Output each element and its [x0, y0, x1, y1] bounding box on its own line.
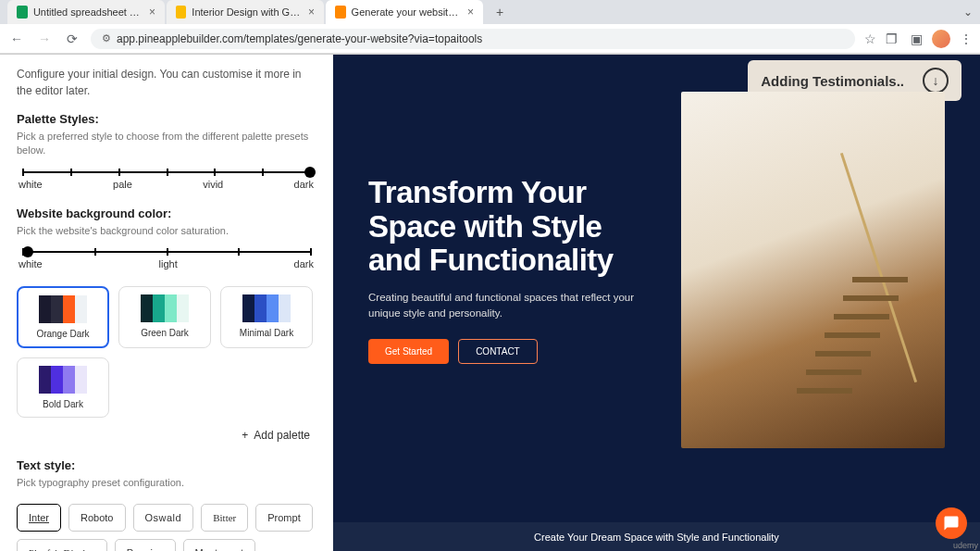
palette-grid: Orange DarkGreen DarkMinimal DarkBold Da… — [17, 286, 316, 418]
plus-icon: + — [242, 429, 248, 442]
hero-text: Transform Your Space with Style and Func… — [368, 176, 653, 363]
tab-title: Generate your website | Pine — [352, 6, 460, 18]
font-option[interactable]: Oswald — [133, 504, 194, 532]
browser-tab[interactable]: Generate your website | Pine× — [326, 0, 483, 24]
favicon — [335, 6, 346, 19]
get-started-button[interactable]: Get Started — [368, 339, 449, 364]
palette-swatch — [229, 294, 304, 322]
font-option[interactable]: Poppins — [115, 539, 176, 551]
preview-footer-bar: Create Your Dream Space with Style and F… — [333, 522, 980, 551]
hero-image — [681, 92, 945, 448]
intro-text: Configure your initial design. You can c… — [17, 66, 316, 99]
chat-icon[interactable] — [936, 507, 967, 539]
palette-swatch — [127, 294, 203, 322]
reload-button[interactable]: ⟳ — [63, 31, 81, 46]
close-icon[interactable]: × — [308, 6, 315, 19]
palette-card[interactable]: Bold Dark — [17, 357, 109, 418]
palette-desc: Pick a preferred style to choose from th… — [17, 130, 316, 158]
text-style-desc: Pick typography preset configuration. — [17, 476, 316, 490]
font-option[interactable]: Playfair Display — [17, 539, 107, 551]
avatar[interactable] — [932, 30, 950, 48]
site-info-icon[interactable]: ⚙ — [102, 32, 111, 44]
config-sidebar: Configure your initial design. You can c… — [0, 55, 333, 551]
palette-label: Bold Dark — [25, 399, 101, 409]
palette-slider-thumb[interactable] — [304, 167, 316, 178]
bg-desc: Pick the website's background color satu… — [17, 224, 316, 238]
palette-swatch — [25, 366, 101, 394]
hero-title: Transform Your Space with Style and Func… — [368, 176, 653, 277]
browser-chrome: Untitled spreadsheet - Goog×Interior Des… — [0, 0, 980, 55]
url-text: app.pineapplebuilder.com/templates/gener… — [117, 32, 482, 45]
bg-slider-thumb[interactable] — [22, 246, 33, 257]
back-button[interactable]: ← — [7, 31, 26, 46]
hero-subtitle: Creating beautiful and functional spaces… — [368, 290, 637, 322]
toolbar-icons: ☆ ❐ ▣ ⋮ — [864, 30, 973, 48]
bg-title: Website background color: — [17, 207, 316, 220]
add-palette-button[interactable]: + Add palette — [17, 429, 316, 442]
palette-card[interactable]: Orange Dark — [17, 286, 109, 348]
url-bar[interactable]: ⚙ app.pineapplebuilder.com/templates/gen… — [91, 29, 855, 49]
palette-swatch — [26, 295, 100, 323]
browser-tab[interactable]: Interior Design with Generativ× — [167, 0, 324, 24]
star-icon[interactable]: ☆ — [864, 31, 876, 46]
contact-button[interactable]: CONTACT — [458, 339, 538, 364]
font-option[interactable]: Prompt — [255, 504, 312, 532]
favicon — [17, 6, 28, 19]
palette-label: Green Dark — [127, 328, 203, 338]
palette-title: Palette Styles: — [17, 112, 316, 126]
browser-toolbar: ← → ⟳ ⚙ app.pineapplebuilder.com/templat… — [0, 24, 980, 54]
font-option[interactable]: Bitter — [201, 504, 248, 532]
palette-slider[interactable] — [22, 171, 310, 173]
palette-label: Minimal Dark — [229, 328, 304, 338]
main-layout: Configure your initial design. You can c… — [0, 55, 980, 551]
preview-pane: Adding Testimonials.. ↓ Transform Your S… — [333, 55, 980, 551]
tabs-overflow-icon[interactable]: ⌄ — [963, 6, 973, 19]
preview-hero: Transform Your Space with Style and Func… — [333, 55, 980, 485]
sidepanel-icon[interactable]: ▣ — [911, 31, 923, 46]
extensions-icon[interactable]: ❐ — [886, 31, 898, 46]
palette-card[interactable]: Minimal Dark — [220, 286, 313, 348]
arrow-down-icon[interactable]: ↓ — [923, 68, 949, 94]
close-icon[interactable]: × — [467, 6, 474, 19]
font-grid: InterRobotoOswaldBitterPromptPlayfair Di… — [17, 504, 316, 551]
palette-card[interactable]: Green Dark — [118, 286, 211, 348]
tabs-row: Untitled spreadsheet - Goog×Interior Des… — [0, 0, 980, 24]
tab-title: Untitled spreadsheet - Goog — [33, 6, 142, 18]
favicon — [176, 6, 186, 19]
udemy-badge: udemy — [953, 541, 978, 550]
menu-icon[interactable]: ⋮ — [960, 31, 973, 46]
close-icon[interactable]: × — [149, 6, 155, 19]
font-option[interactable]: Montserrat — [183, 539, 256, 551]
hero-buttons: Get Started CONTACT — [368, 339, 653, 364]
palette-label: Orange Dark — [26, 329, 100, 339]
browser-tab[interactable]: Untitled spreadsheet - Goog× — [7, 0, 165, 24]
font-option[interactable]: Inter — [17, 504, 61, 532]
forward-button[interactable]: → — [35, 31, 54, 46]
font-option[interactable]: Roboto — [68, 504, 125, 532]
bg-slider-labels: white light dark — [17, 258, 316, 269]
new-tab-button[interactable]: + — [490, 5, 509, 19]
tab-title: Interior Design with Generativ — [192, 6, 301, 18]
palette-slider-labels: white pale vivid dark — [17, 179, 316, 190]
text-style-title: Text style: — [17, 458, 316, 472]
bg-slider[interactable] — [22, 251, 310, 253]
